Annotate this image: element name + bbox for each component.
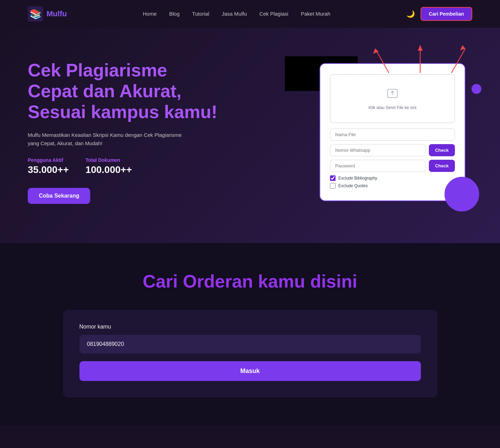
nav-right: 🌙 Cari Pembelian bbox=[406, 7, 472, 21]
search-section: Cari Orderan kamu disini Nomor kamu Masu… bbox=[0, 243, 500, 425]
stat-pengguna-value: 35.000++ bbox=[28, 164, 69, 175]
nav-paket[interactable]: Paket Murah bbox=[301, 11, 330, 17]
nav-blog[interactable]: Blog bbox=[169, 11, 180, 17]
navbar: 📚 Mulfu Home Blog Tutorial Jasa Mulfu Ce… bbox=[0, 0, 500, 28]
nomor-wa-row: Check bbox=[330, 144, 455, 156]
password-row: Check bbox=[330, 160, 455, 172]
upload-text: Klik atau Seret File ke sini bbox=[337, 105, 448, 110]
nama-file-input[interactable] bbox=[330, 128, 455, 141]
stat-dokumen-label: Total Dokumen bbox=[85, 157, 132, 163]
nomor-label: Nomor kamu bbox=[79, 324, 421, 330]
circle-lg-decoration bbox=[444, 177, 479, 211]
mockup-card: Klik atau Seret File ke sini Check Check bbox=[320, 63, 465, 201]
exclude-bibliography-checkbox[interactable] bbox=[330, 175, 336, 181]
nomor-wa-input[interactable] bbox=[330, 144, 425, 156]
stat-dokumen: Total Dokumen 100.000++ bbox=[85, 157, 132, 175]
logo: 📚 Mulfu bbox=[28, 6, 67, 22]
cari-pembelian-button[interactable]: Cari Pembelian bbox=[421, 7, 472, 21]
exclude-bibliography-row: Exclude Bibliography bbox=[330, 175, 455, 181]
stat-pengguna-label: Pengguna Aktif bbox=[28, 157, 69, 163]
search-card: Nomor kamu Masuk bbox=[63, 310, 438, 398]
circle-sm-3 bbox=[472, 84, 481, 94]
masuk-button[interactable]: Masuk bbox=[79, 361, 421, 381]
nav-jasa[interactable]: Jasa Mulfu bbox=[222, 11, 247, 17]
stat-pengguna: Pengguna Aktif 35.000++ bbox=[28, 157, 69, 175]
hero-title: Cek Plagiarisme Cepat dan Akurat, Sesuai… bbox=[28, 60, 222, 122]
stats-row: Pengguna Aktif 35.000++ Total Dokumen 10… bbox=[28, 157, 222, 175]
hero-section: Cek Plagiarisme Cepat dan Akurat, Sesuai… bbox=[0, 28, 500, 243]
hero-left: Cek Plagiarisme Cepat dan Akurat, Sesuai… bbox=[28, 60, 222, 204]
check-password-button[interactable]: Check bbox=[429, 160, 455, 172]
dark-mode-icon[interactable]: 🌙 bbox=[406, 10, 415, 18]
exclude-bibliography-label: Exclude Bibliography bbox=[338, 176, 377, 181]
nav-cek[interactable]: Cek Plagiasi bbox=[260, 11, 288, 17]
hero-wrapper: Cek Plagiarisme Cepat dan Akurat, Sesuai… bbox=[0, 28, 500, 243]
hero-description: Mulfu Memastikan Keaslian Skripsi Kamu d… bbox=[28, 131, 194, 148]
search-section-title: Cari Orderan kamu disini bbox=[28, 271, 472, 292]
exclude-quotes-row: Exclude Quotes bbox=[330, 183, 455, 189]
upload-area[interactable]: Klik atau Seret File ke sini bbox=[330, 74, 455, 123]
coba-sekarang-button[interactable]: Coba Sekarang bbox=[28, 188, 90, 204]
check-wa-button[interactable]: Check bbox=[429, 144, 455, 156]
password-input[interactable] bbox=[330, 160, 425, 172]
exclude-quotes-label: Exclude Quotes bbox=[338, 183, 368, 188]
nav-home[interactable]: Home bbox=[143, 11, 157, 17]
stat-dokumen-value: 100.000++ bbox=[85, 164, 132, 175]
nomor-input[interactable] bbox=[79, 335, 421, 354]
hero-right: Klik atau Seret File ke sini Check Check bbox=[306, 63, 472, 201]
logo-text: Mulfu bbox=[46, 9, 67, 18]
upload-icon bbox=[337, 87, 448, 102]
exclude-quotes-checkbox[interactable] bbox=[330, 183, 336, 189]
svg-text:📚: 📚 bbox=[29, 8, 42, 20]
logo-icon: 📚 bbox=[28, 6, 43, 22]
nav-tutorial[interactable]: Tutorial bbox=[192, 11, 209, 17]
nav-links: Home Blog Tutorial Jasa Mulfu Cek Plagia… bbox=[143, 11, 330, 17]
